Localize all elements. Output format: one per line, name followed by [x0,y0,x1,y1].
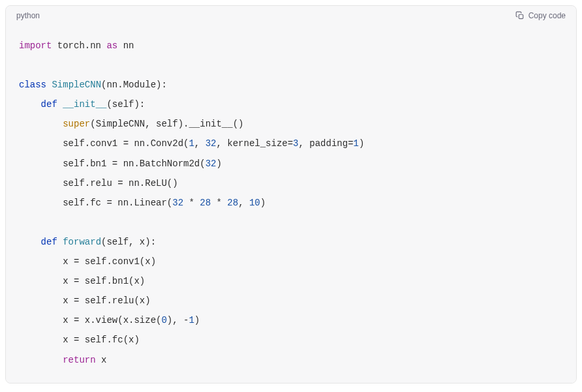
code-token: SimpleCNN [52,80,101,90]
code-token: as [106,40,117,51]
code-token: x = x.view(x.size( [19,315,161,325]
code-token: super [63,119,90,129]
code-token: 28 [227,198,238,208]
code-token: (nn.Module): [101,80,167,90]
code-token: 1 [189,315,194,325]
code-token [19,237,41,247]
code-token: , kernel_size= [216,138,293,149]
code-token: , [194,138,206,149]
code-token: (SimpleCNN, self).__init__() [90,119,243,129]
code-token [19,99,41,110]
code-token: , [238,198,249,208]
code-token: x = self.bn1(x) [19,276,145,286]
svg-rect-0 [519,14,523,18]
code-token: forward [63,237,101,247]
code-token: x = self.relu(x) [19,295,151,306]
code-token: class [19,80,52,90]
code-token [19,119,63,129]
code-token: __init__ [63,99,106,110]
code-token: self.bn1 = nn.BatchNorm2d( [19,158,206,169]
code-token: 3 [293,138,298,149]
code-token: x [96,355,107,365]
code-token: self [112,99,134,110]
code-token: self.relu = nn.ReLU() [19,178,178,188]
code-token: 32 [172,198,183,208]
code-token: ( [106,99,112,110]
code-token: 28 [200,198,211,208]
copy-code-button[interactable]: Copy code [515,11,566,20]
code-token: def [41,237,63,247]
code-token: def [41,99,63,110]
copy-icon [515,11,525,20]
code-token: ), - [167,315,189,325]
code-token: ) [359,138,364,149]
code-token: ): [134,99,145,110]
code-token: 1 [189,138,194,149]
language-label: python [16,11,40,20]
code-token: x = self.conv1(x) [19,256,156,267]
code-token: self.conv1 = nn.Conv2d( [19,138,189,149]
code-token: 0 [161,315,166,325]
code-token: return [63,355,95,365]
code-token: self, x [106,237,145,247]
code-token [19,355,63,365]
code-block: python Copy code import torch.nn as nn c… [5,5,577,384]
code-token: ) [216,158,221,169]
code-token: 32 [206,138,217,149]
code-token: torch.nn [57,40,107,51]
code-token: nn [117,40,134,51]
code-token: import [19,40,57,51]
code-header: python Copy code [6,6,576,25]
code-token: 10 [249,198,260,208]
code-token: x = self.fc(x) [19,335,140,345]
code-token: * [211,198,227,208]
code-token: 32 [206,158,217,169]
code-token: ): [145,237,156,247]
code-token: , padding= [299,138,354,149]
code-token: 1 [354,138,359,149]
code-token: self.fc = nn.Linear( [19,198,172,208]
code-token: ) [260,198,266,208]
code-token: ) [194,315,200,325]
copy-code-label: Copy code [528,11,566,20]
code-token: * [183,198,200,208]
code-body[interactable]: import torch.nn as nn class SimpleCNN(nn… [6,25,576,383]
